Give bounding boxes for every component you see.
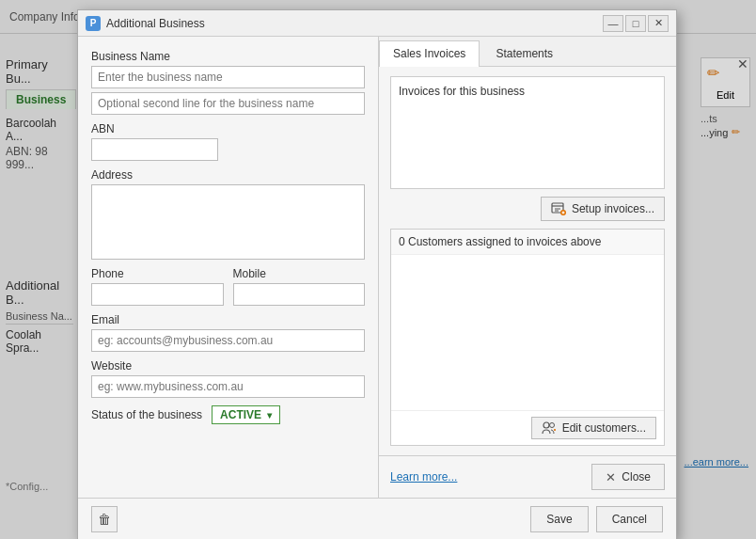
- status-label: Status of the business: [91, 408, 202, 421]
- right-panel: Sales Invoices Statements Invoices for t…: [379, 37, 676, 498]
- modal-body: Business Name ABN Address Phone: [78, 37, 676, 498]
- customers-section: 0 Customers assigned to invoices above: [390, 229, 665, 446]
- right-footer: Learn more... ✕ Close: [379, 455, 676, 498]
- modal-title: Additional Business: [106, 17, 601, 30]
- phone-label: Phone: [91, 267, 224, 280]
- setup-invoices-label: Setup invoices...: [572, 202, 654, 215]
- close-label: Close: [622, 470, 651, 484]
- delete-button[interactable]: 🗑: [91, 506, 118, 532]
- cancel-button[interactable]: Cancel: [596, 506, 663, 532]
- edit-customers-label: Edit customers...: [562, 421, 646, 435]
- tab-statements[interactable]: Statements: [481, 40, 567, 66]
- close-button[interactable]: ✕ Close: [591, 464, 665, 490]
- business-name2-input[interactable]: [91, 92, 365, 115]
- phone-input[interactable]: [91, 283, 224, 306]
- phone-mobile-row: Phone Mobile: [91, 267, 365, 306]
- email-group: Email: [91, 313, 365, 352]
- customers-count: 0 Customers assigned to invoices above: [399, 235, 601, 248]
- modal-close-button[interactable]: ✕: [648, 15, 669, 32]
- invoices-box: Invoices for this business: [390, 76, 665, 189]
- setup-invoices-button[interactable]: Setup invoices...: [541, 197, 665, 221]
- mobile-group: Mobile: [233, 267, 366, 306]
- maximize-button[interactable]: □: [625, 15, 646, 32]
- left-panel: Business Name ABN Address Phone: [78, 37, 379, 498]
- email-label: Email: [91, 313, 365, 326]
- footer-right: Save Cancel: [530, 506, 663, 532]
- address-input[interactable]: [91, 184, 365, 260]
- save-button[interactable]: Save: [530, 506, 588, 532]
- phone-group: Phone: [91, 267, 224, 306]
- setup-btn-row: Setup invoices...: [390, 197, 665, 221]
- customers-footer: Edit customers...: [391, 410, 664, 445]
- status-row: Status of the business ACTIVE ▾: [91, 405, 365, 424]
- edit-customers-icon: [542, 421, 557, 435]
- close-x-icon: ✕: [606, 470, 616, 484]
- mobile-label: Mobile: [233, 267, 366, 280]
- chevron-down-icon: ▾: [267, 410, 272, 420]
- website-input[interactable]: [91, 375, 365, 398]
- right-content: Invoices for this business: [379, 67, 676, 455]
- tab-sales-invoices[interactable]: Sales Invoices: [379, 40, 480, 67]
- svg-point-7: [543, 422, 549, 428]
- abn-label: ABN: [91, 122, 365, 135]
- abn-group: ABN: [91, 122, 365, 161]
- footer-left: 🗑: [91, 506, 118, 532]
- modal-footer: 🗑 Save Cancel: [78, 498, 676, 539]
- customers-list: [391, 255, 664, 410]
- tabs-row: Sales Invoices Statements: [379, 37, 676, 67]
- address-group: Address: [91, 168, 365, 260]
- modal-titlebar: P Additional Business — □ ✕: [78, 10, 676, 37]
- address-label: Address: [91, 168, 365, 182]
- business-name-group: Business Name: [91, 50, 365, 115]
- website-group: Website: [91, 359, 365, 398]
- edit-customers-button[interactable]: Edit customers...: [531, 417, 656, 439]
- right-footer-buttons: ✕ Close: [591, 464, 665, 490]
- abn-input[interactable]: [91, 138, 218, 161]
- learn-more-link[interactable]: Learn more...: [390, 470, 457, 484]
- business-name-label: Business Name: [91, 50, 365, 63]
- modal-dialog: P Additional Business — □ ✕ Business Nam…: [77, 9, 677, 539]
- customers-header: 0 Customers assigned to invoices above: [391, 230, 664, 255]
- status-dropdown[interactable]: ACTIVE ▾: [212, 405, 280, 424]
- website-label: Website: [91, 359, 365, 373]
- mobile-input[interactable]: [233, 283, 366, 306]
- status-value: ACTIVE: [220, 408, 261, 421]
- trash-icon: 🗑: [98, 512, 111, 527]
- minimize-button[interactable]: —: [603, 15, 623, 32]
- invoices-text: Invoices for this business: [399, 85, 525, 98]
- modal-app-icon: P: [86, 16, 101, 31]
- setup-icon: [551, 201, 566, 216]
- business-name-input[interactable]: [91, 66, 365, 88]
- email-input[interactable]: [91, 329, 365, 352]
- svg-point-8: [549, 423, 554, 428]
